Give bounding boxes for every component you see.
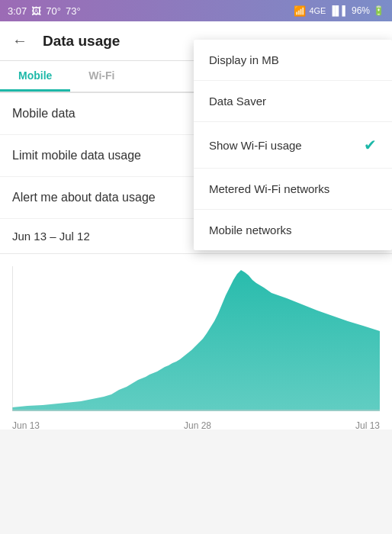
photo-icon: 🖼 — [31, 5, 41, 17]
status-temp1: 70° — [46, 5, 61, 17]
wifi-bars: ▐▌▌ — [329, 5, 349, 16]
battery-icon: 🔋 — [373, 5, 384, 16]
dropdown-item-data-saver[interactable]: Data Saver — [194, 81, 392, 122]
check-icon: ✔ — [364, 136, 377, 154]
dropdown-item-show-wifi[interactable]: Show Wi-Fi usage ✔ — [194, 122, 392, 169]
chart-area: Jun 13 Jun 28 Jul 13 — [0, 254, 392, 429]
status-left: 3:07 🖼 70° 73° — [8, 5, 81, 17]
data-chart — [12, 266, 380, 411]
status-time: 3:07 — [8, 5, 27, 17]
chart-label-end: Jul 13 — [355, 420, 380, 431]
signal-icon: 📶 — [294, 5, 306, 17]
chart-label-start: Jun 13 — [12, 420, 40, 431]
dropdown-item-display-mb[interactable]: Display in MB — [194, 40, 392, 81]
tab-mobile[interactable]: Mobile — [0, 61, 70, 92]
chart-fill — [12, 270, 380, 411]
dropdown-menu: Display in MB Data Saver Show Wi-Fi usag… — [194, 40, 392, 250]
back-button[interactable]: ← — [12, 32, 27, 50]
date-range-label: Jun 13 – Jul 12 — [12, 230, 90, 243]
status-bar: 3:07 🖼 70° 73° 📶 4GE ▐▌▌ 96% 🔋 — [0, 0, 392, 21]
chart-labels: Jun 13 Jun 28 Jul 13 — [12, 417, 380, 434]
dropdown-item-mobile-networks[interactable]: Mobile networks — [194, 210, 392, 250]
dropdown-item-metered-wifi[interactable]: Metered Wi-Fi networks — [194, 169, 392, 210]
tab-wifi[interactable]: Wi-Fi — [70, 61, 133, 92]
status-temp2: 73° — [66, 5, 81, 17]
chart-label-mid: Jun 28 — [184, 420, 211, 431]
battery-level: 96% — [352, 5, 370, 16]
status-right: 📶 4GE ▐▌▌ 96% 🔋 — [294, 5, 384, 17]
page-title: Data usage — [43, 33, 120, 50]
lte-label: 4GE — [309, 6, 326, 15]
